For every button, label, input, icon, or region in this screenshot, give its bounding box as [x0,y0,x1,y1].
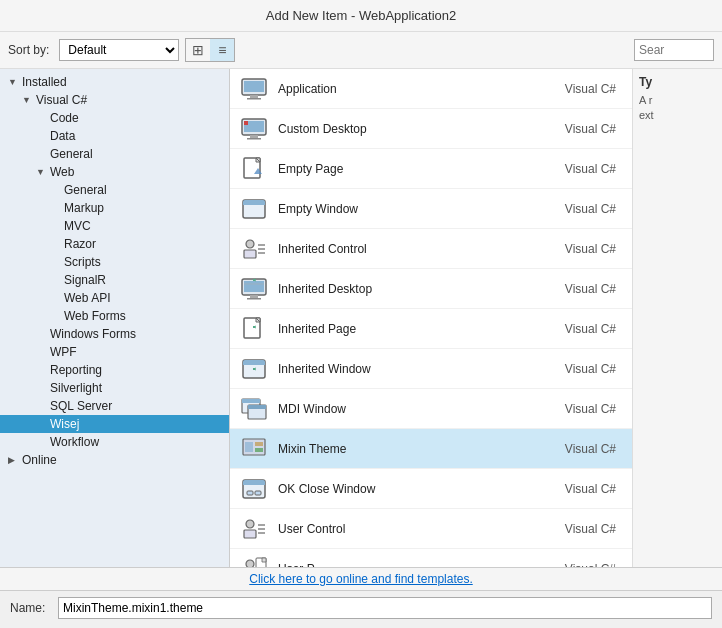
sidebar-label: Markup [64,201,104,215]
name-input[interactable] [58,597,712,619]
item-type: Visual C# [565,122,616,136]
item-type: Visual C# [565,322,616,336]
svg-rect-7 [250,135,258,138]
svg-rect-39 [247,491,253,495]
toolbar: Sort by: Default Name Type ⊞ ≡ [0,32,722,69]
sidebar-item-online[interactable]: ▶ Online [0,451,229,469]
list-item[interactable]: OK Close Window Visual C# [230,469,632,509]
sort-select[interactable]: Default Name Type [59,39,179,61]
svg-rect-40 [255,491,261,495]
item-type: Visual C# [565,362,616,376]
sidebar-item-silverlight[interactable]: Silverlight [0,379,229,397]
item-icon [238,153,270,185]
online-link[interactable]: Click here to go online and find templat… [249,572,472,586]
expander-icon: ▼ [8,77,22,87]
sidebar-label: Code [50,111,79,125]
svg-rect-8 [247,138,261,140]
sidebar-item-web[interactable]: ▼ Web [0,163,229,181]
svg-rect-38 [243,483,265,485]
svg-rect-27 [243,363,265,365]
sidebar-tree: ▼ Installed ▼ Visual C# Code Data Gene [0,69,230,567]
item-name: OK Close Window [278,482,565,496]
item-name: User Control [278,522,565,536]
sidebar-item-web-webforms[interactable]: Web Forms [0,307,229,325]
svg-rect-34 [255,442,263,446]
svg-rect-15 [244,250,256,258]
svg-point-46 [246,560,254,568]
sidebar-label: Web API [64,291,110,305]
list-item[interactable]: Inherited Window Visual C# [230,349,632,389]
sidebar-label: Razor [64,237,96,251]
item-icon [238,273,270,305]
expander-icon [36,131,50,141]
svg-rect-2 [250,95,258,98]
svg-rect-35 [255,448,263,452]
svg-rect-13 [243,203,265,205]
expander-icon [36,419,50,429]
item-name: Custom Desktop [278,122,565,136]
svg-rect-29 [242,399,260,403]
list-item[interactable]: Application Visual C# [230,69,632,109]
search-input[interactable] [634,39,714,61]
item-icon [238,113,270,145]
list-item[interactable]: User Control Visual C# [230,509,632,549]
sidebar-label: Installed [22,75,67,89]
list-item[interactable]: MDI Window Visual C# [230,389,632,429]
sidebar-item-web-webapi[interactable]: Web API [0,289,229,307]
sidebar-item-web-razor[interactable]: Razor [0,235,229,253]
sidebar-item-web-markup[interactable]: Markup [0,199,229,217]
item-name: Empty Window [278,202,565,216]
expander-icon [50,311,64,321]
list-item[interactable]: User P... Visual C# [230,549,632,567]
sidebar-item-workflow[interactable]: Workflow [0,433,229,451]
list-item-selected[interactable]: Mixin Theme Visual C# [230,429,632,469]
list-item[interactable]: Custom Desktop Visual C# [230,109,632,149]
sidebar-item-installed[interactable]: ▼ Installed [0,73,229,91]
expander-icon [50,185,64,195]
sidebar-label: Online [22,453,57,467]
expander-icon [50,239,64,249]
sidebar-item-windowsforms[interactable]: Windows Forms [0,325,229,343]
list-item[interactable]: Inherited Page Visual C# [230,309,632,349]
expander-icon [50,293,64,303]
svg-rect-23 [247,298,261,300]
expander-icon [36,365,50,375]
sidebar-item-wpf[interactable]: WPF [0,343,229,361]
list-item[interactable]: Empty Window Visual C# [230,189,632,229]
sidebar-item-wisej[interactable]: Wisej [0,415,229,433]
sidebar-label: Workflow [50,435,99,449]
list-item[interactable]: Empty Page Visual C# [230,149,632,189]
view-tile-button[interactable]: ⊞ [186,39,210,61]
expander-icon: ▼ [36,167,50,177]
expander-icon [36,113,50,123]
sidebar-item-web-signalr[interactable]: SignalR [0,271,229,289]
bottom-bar: Click here to go online and find templat… [0,567,722,625]
view-list-button[interactable]: ≡ [210,39,234,61]
right-panel-title: Ty [639,75,716,89]
expander-icon [36,347,50,357]
sidebar-item-code[interactable]: Code [0,109,229,127]
svg-rect-22 [250,295,258,298]
items-panel: Application Visual C# Custom [230,69,632,567]
sidebar-item-data[interactable]: Data [0,127,229,145]
sidebar-label: Visual C# [36,93,87,107]
sidebar-item-web-general[interactable]: General [0,181,229,199]
sidebar-item-web-scripts[interactable]: Scripts [0,253,229,271]
sidebar-item-reporting[interactable]: Reporting [0,361,229,379]
sidebar-item-sqlserver[interactable]: SQL Server [0,397,229,415]
list-item[interactable]: Inherited Control Visual C# [230,229,632,269]
item-type: Visual C# [565,522,616,536]
right-panel: Ty A rext [632,69,722,567]
item-name: Mixin Theme [278,442,565,456]
expander-icon [50,257,64,267]
list-item[interactable]: Inherited Desktop Visual C# [230,269,632,309]
dialog-title: Add New Item - WebApplication2 [0,0,722,32]
sidebar-item-visualcsharp[interactable]: ▼ Visual C# [0,91,229,109]
item-name: Empty Page [278,162,565,176]
sidebar-label: General [64,183,107,197]
view-toggle: ⊞ ≡ [185,38,235,62]
sidebar-label: General [50,147,93,161]
sidebar-item-general[interactable]: General [0,145,229,163]
item-icon [238,553,270,568]
sidebar-item-web-mvc[interactable]: MVC [0,217,229,235]
